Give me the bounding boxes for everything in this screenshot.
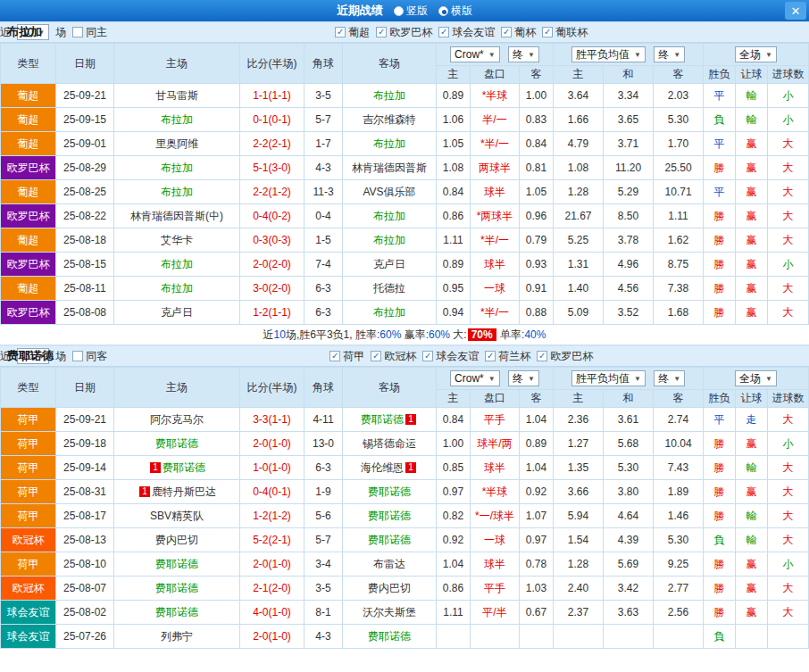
home-team[interactable]: 布拉加 [114,253,240,277]
away-team[interactable]: 沃尔夫斯堡 [343,601,437,625]
handicap-line: 球半 [471,456,520,480]
league-filter-checkbox[interactable]: ✓欧冠杯 [371,349,416,364]
home-team[interactable]: 克卢日 [114,301,240,325]
result-handicap: 赢 [736,228,768,253]
home-team[interactable]: 列弗宁 [114,625,240,649]
home-team[interactable]: 里奥阿维 [114,132,240,156]
home-team[interactable]: 费耶诺德 [114,601,240,625]
avg-odds-draw: 5.30 [604,456,654,480]
avg-odds-away: 7.43 [654,456,704,480]
home-team[interactable]: 费内巴切 [114,528,240,552]
home-team[interactable]: 1费耶诺德 [114,456,240,480]
away-team[interactable]: 布拉加 [343,301,437,325]
team-label: 阿尔克马尔 [150,413,204,426]
home-team[interactable]: 布拉加 [114,108,240,132]
handicap-line [471,625,520,649]
away-team[interactable]: 布拉加 [343,132,437,156]
avg-odds-away: 1.89 [654,480,704,504]
home-team[interactable]: 费耶诺德 [114,432,240,456]
layout-radio-horizontal[interactable]: 横版 [438,4,472,19]
match-row: 欧冠杯25-08-13费内巴切5-2(2-1)5-7费耶诺德0.92一球0.97… [1,528,809,552]
final-average-select[interactable]: 终▼ [654,370,685,386]
home-team[interactable]: 林肯瑞德因普斯(中) [114,204,240,228]
avg-odds-home: 5.94 [554,504,604,528]
away-team[interactable]: 克卢日 [343,253,437,277]
home-team[interactable]: 费耶诺德 [114,577,240,601]
league-filter-checkbox[interactable]: ✓葡联杯 [542,25,588,40]
away-team[interactable]: 吉尔维森特 [343,108,437,132]
away-team[interactable]: 锡塔德命运 [343,432,437,456]
away-team[interactable]: 林肯瑞德因普斯 [343,156,437,180]
home-team[interactable]: 费耶诺德 [114,552,240,577]
handicap-odds-away: 1.03 [520,577,554,601]
league-filter-checkbox[interactable]: ✓葡杯 [501,25,536,40]
away-team[interactable]: 费耶诺德 [343,480,437,504]
home-team[interactable]: 阿尔克马尔 [114,408,240,432]
away-team[interactable]: AVS俱乐部 [343,180,437,204]
bookmaker-select[interactable]: Crow*▼ [450,46,500,62]
team-label: 沃尔夫斯堡 [363,606,416,618]
away-team[interactable]: 布拉加 [343,228,437,253]
close-button[interactable]: ✕ [785,2,806,20]
away-team[interactable]: 费内巴切 [343,577,437,601]
score-halftime: 0-3(0-3) [240,228,304,253]
avg-odds-home: 3.66 [554,480,604,504]
handicap-controls: Crow*▼ 终▼ [437,368,554,390]
team-label: AVS俱乐部 [363,186,415,198]
final-odds-select[interactable]: 终▼ [508,370,539,386]
matches-table: 类型 日期 主场 比分(半场) 角球 客场 Crow*▼ 终▼ 胜平负均值▼ 终… [0,367,809,649]
result-overunder: 大 [768,204,809,228]
avg-odds-away: 8.75 [654,253,704,277]
filter-bar: 费耶诺德 近 10 ▼ 场 同客 ✓荷甲✓欧冠杯✓球会友谊✓荷兰杯✓欧罗巴杯 [0,345,809,367]
league-filter-checkbox[interactable]: ✓球会友谊 [438,25,495,40]
layout-radio-vertical[interactable]: 竖版 [394,4,428,19]
result-outcome: 勝 [704,228,736,253]
home-team[interactable]: 甘马雷斯 [114,84,240,108]
away-team[interactable]: 费耶诺德 [343,625,437,649]
wdl-average-select[interactable]: 胜平负均值▼ [571,46,646,62]
away-team[interactable]: 费耶诺德 [343,504,437,528]
team-label: 费耶诺德 [368,630,411,643]
home-team[interactable]: SBV精英队 [114,504,240,528]
home-team[interactable]: 布拉加 [114,180,240,204]
bookmaker-select[interactable]: Crow*▼ [450,370,500,386]
avg-odds-draw [604,625,654,649]
away-team[interactable]: 费耶诺德 [343,528,437,552]
away-team[interactable]: 布拉加 [343,84,437,108]
score-halftime: 1-2(1-1) [240,301,304,325]
same-venue-checkbox[interactable]: 同主 [72,25,107,40]
home-team[interactable]: 艾华卡 [114,228,240,253]
scope-select[interactable]: 全场▼ [735,370,777,386]
wdl-average-select[interactable]: 胜平负均值▼ [571,370,646,386]
result-overunder: 大 [768,156,809,180]
home-team[interactable]: 布拉加 [114,277,240,301]
handicap-line: 球半/两 [471,432,520,456]
away-team[interactable]: 托德拉 [343,277,437,301]
scope-select[interactable]: 全场▼ [735,46,777,62]
away-team[interactable]: 布雷达 [343,552,437,577]
league-filter-checkbox[interactable]: ✓葡超 [335,25,370,40]
result-outcome: 勝 [704,456,736,480]
league-filter-checkbox[interactable]: ✓欧罗巴杯 [376,25,432,40]
avg-odds-draw: 3.63 [604,601,654,625]
home-team[interactable]: 1鹿特丹斯巴达 [114,480,240,504]
result-handicap: 輸 [736,84,768,108]
league-filter-checkbox[interactable]: ✓欧罗巴杯 [537,349,593,364]
league-filter-checkbox[interactable]: ✓球会友谊 [422,349,479,364]
final-average-select[interactable]: 终▼ [654,46,685,62]
wdl-controls: 胜平负均值▼ 终▼ [554,44,704,66]
match-date: 25-08-31 [56,480,114,504]
team-label: 布拉加 [161,282,193,295]
league-badge: 欧冠杯 [1,528,56,552]
away-team[interactable]: 海伦维恩1 [343,456,437,480]
final-odds-select[interactable]: 终▼ [508,46,539,62]
away-team[interactable]: 布拉加 [343,204,437,228]
league-filter-checkbox[interactable]: ✓荷甲 [329,349,364,364]
league-filter-checkbox[interactable]: ✓荷兰杯 [485,349,530,364]
same-venue-checkbox[interactable]: 同客 [72,349,107,364]
avg-odds-draw: 3.42 [604,577,654,601]
team-name: 布拉加 [7,24,42,40]
home-team[interactable]: 布拉加 [114,156,240,180]
away-team[interactable]: 费耶诺德1 [343,408,437,432]
handicap-odds-away [520,625,554,649]
